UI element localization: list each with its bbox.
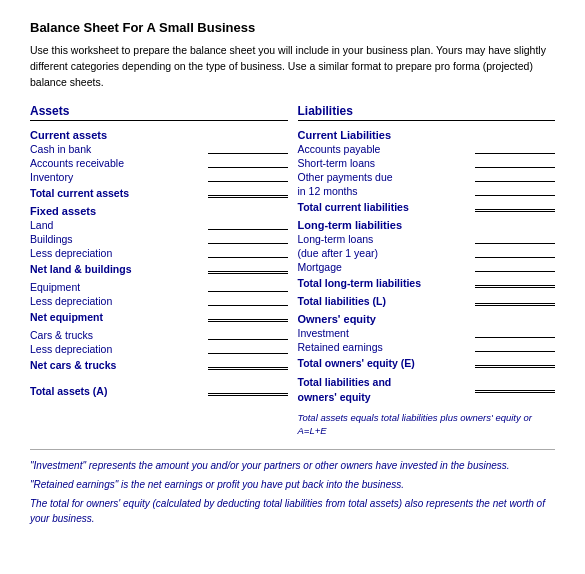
assets-column: Assets Current assets Cash in bank Accou… — [30, 104, 288, 437]
total-equity-sublabel: Total assets equals total liabilities pl… — [298, 411, 556, 438]
list-item: (due after 1 year) — [298, 247, 556, 259]
list-item: Land — [30, 219, 288, 231]
list-item: Accounts payable — [298, 143, 556, 155]
total-owners-equity: Total owners' equity (E) — [298, 357, 556, 369]
assets-header: Assets — [30, 104, 288, 121]
longterm-liabilities-header: Long-term liabilities — [298, 219, 556, 231]
total-liabilities-equity: Total liabilities and owners' equity — [298, 375, 556, 404]
total-current-liabilities: Total current liabilities — [298, 201, 556, 213]
list-item: Less depreciation — [30, 247, 288, 259]
list-item: Short-term loans — [298, 157, 556, 169]
list-item: Less depreciation — [30, 295, 288, 307]
list-item: Other payments due — [298, 171, 556, 183]
list-item: Less depreciation — [30, 343, 288, 355]
list-item: Inventory — [30, 171, 288, 183]
footer-note-1: "Investment" represents the amount you a… — [30, 458, 555, 473]
intro-text: Use this worksheet to prepare the balanc… — [30, 43, 555, 90]
list-item: Retained earnings — [298, 341, 556, 353]
footer-note-3: The total for owners' equity (calculated… — [30, 496, 555, 526]
list-item: in 12 months — [298, 185, 556, 197]
current-liabilities-header: Current Liabilities — [298, 129, 556, 141]
list-item: Cars & trucks — [30, 329, 288, 341]
net-cars-trucks: Net cars & trucks — [30, 359, 288, 371]
total-assets: Total assets (A) — [30, 385, 288, 397]
liabilities-column: Liabilities Current Liabilities Accounts… — [298, 104, 556, 437]
list-item: Mortgage — [298, 261, 556, 273]
net-equipment: Net equipment — [30, 311, 288, 323]
total-current-assets: Total current assets — [30, 187, 288, 199]
list-item: Equipment — [30, 281, 288, 293]
current-assets-header: Current assets — [30, 129, 288, 141]
list-item: Buildings — [30, 233, 288, 245]
footer-note-2: "Retained earnings" is the net earnings … — [30, 477, 555, 492]
list-item: Accounts receivable — [30, 157, 288, 169]
footer-section: "Investment" represents the amount you a… — [30, 449, 555, 526]
list-item: Cash in bank — [30, 143, 288, 155]
total-liabilities: Total liabilities (L) — [298, 295, 556, 307]
owners-equity-header: Owners' equity — [298, 313, 556, 325]
net-land-buildings: Net land & buildings — [30, 263, 288, 275]
list-item: Investment — [298, 327, 556, 339]
page-title: Balance Sheet For A Small Business — [30, 20, 555, 35]
fixed-assets-header: Fixed assets — [30, 205, 288, 217]
liabilities-header: Liabilities — [298, 104, 556, 121]
total-longterm-liabilities: Total long-term liabilities — [298, 277, 556, 289]
list-item: Long-term loans — [298, 233, 556, 245]
